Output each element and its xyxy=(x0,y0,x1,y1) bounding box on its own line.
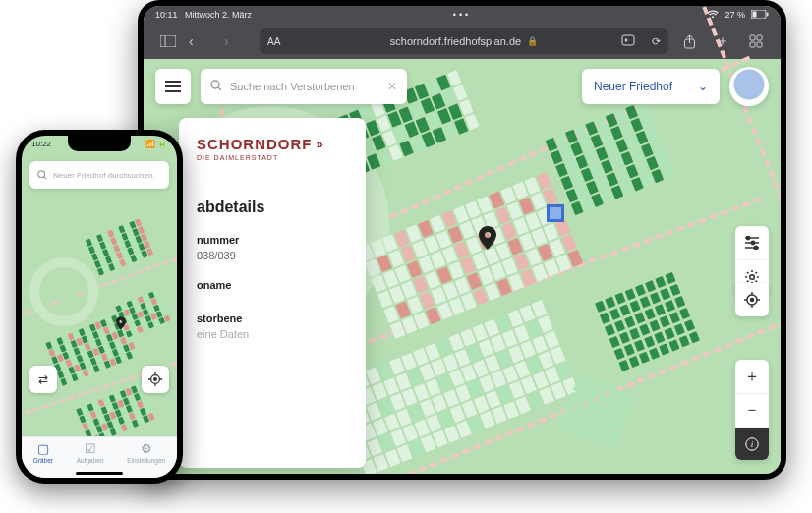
search-box[interactable]: ✕ xyxy=(201,69,407,104)
locate-button[interactable] xyxy=(735,283,769,316)
tab-label: Gräber xyxy=(33,457,53,464)
brand-logo: SCHORNDORF » xyxy=(197,136,366,152)
battery-text: 27 % xyxy=(725,10,745,20)
selected-grave-marker[interactable] xyxy=(547,204,564,222)
search-input[interactable] xyxy=(230,81,379,92)
phone-status-time: 10:22 xyxy=(31,140,51,155)
svg-point-18 xyxy=(751,299,754,302)
status-handle-icon: ••• xyxy=(453,10,471,20)
phone-cemetery-map[interactable]: ⇄ xyxy=(22,189,177,436)
settings-icon: ⚙ xyxy=(141,441,152,456)
info-button[interactable]: i xyxy=(735,427,769,460)
svg-rect-1 xyxy=(753,11,757,17)
grave-cluster[interactable] xyxy=(330,300,579,474)
svg-point-14 xyxy=(751,241,754,244)
panel-title: abdetails xyxy=(197,199,366,216)
map-zoom-rail: ＋ － i xyxy=(735,360,769,460)
tab-graves[interactable]: ▢ Gräber xyxy=(33,441,53,478)
map-pin-icon[interactable] xyxy=(116,316,126,333)
back-button[interactable]: ‹ xyxy=(189,33,216,49)
svg-rect-3 xyxy=(160,35,176,47)
grave-cluster[interactable] xyxy=(546,101,674,215)
grave-detail-panel: SCHORNDORF » DIE DAIMLERSTADT abdetails … xyxy=(179,118,366,468)
svg-line-12 xyxy=(218,87,221,90)
sidebar-toggle-icon[interactable] xyxy=(155,28,181,54)
layers-button[interactable] xyxy=(735,226,769,259)
search-icon xyxy=(210,78,222,95)
brand-chevron-icon: » xyxy=(317,137,321,151)
zoom-out-button[interactable]: － xyxy=(735,393,769,427)
tab-settings[interactable]: ⚙ Einstellungen xyxy=(127,441,165,478)
text-size-icon[interactable]: AA xyxy=(267,36,280,47)
menu-button[interactable] xyxy=(155,69,191,104)
deceased-value: eine Daten xyxy=(197,328,366,340)
tab-label: Einstellungen xyxy=(127,457,165,464)
cemetery-select-label: Neuer Friedhof xyxy=(594,80,672,93)
home-indicator[interactable] xyxy=(76,472,123,475)
cemetery-map[interactable]: ✕ Neuer Friedhof ⌄ xyxy=(144,59,781,474)
tab-label: Aufgaben xyxy=(77,457,104,464)
tabs-overview-icon[interactable] xyxy=(743,28,769,54)
tablet-screen: 10:11 Mittwoch 2. März ••• 27 % ‹ › xyxy=(144,6,781,474)
svg-rect-8 xyxy=(757,35,762,40)
search-icon xyxy=(37,166,47,184)
svg-point-13 xyxy=(746,236,749,239)
map-pin-icon[interactable] xyxy=(479,226,496,256)
svg-point-21 xyxy=(38,171,45,178)
phone-locate-button[interactable] xyxy=(142,366,169,393)
brand-subtitle: DIE DAIMLERSTADT xyxy=(197,154,366,161)
svg-point-16 xyxy=(750,274,755,279)
svg-point-15 xyxy=(754,246,757,249)
svg-rect-7 xyxy=(750,35,755,40)
svg-point-11 xyxy=(211,81,219,88)
status-date: Mittwoch 2. März xyxy=(185,10,252,20)
svg-rect-2 xyxy=(767,12,769,16)
phone-swap-button[interactable]: ⇄ xyxy=(29,366,57,393)
cemetery-select[interactable]: Neuer Friedhof ⌄ xyxy=(582,69,720,104)
url-text: schorndorf.friedhofsplan.de xyxy=(390,35,521,47)
svg-point-24 xyxy=(154,378,157,381)
zoom-in-button[interactable]: ＋ xyxy=(735,360,769,393)
grave-cluster[interactable] xyxy=(359,172,583,339)
grave-number-value: 038/039 xyxy=(197,250,366,261)
reload-icon[interactable]: ⟳ xyxy=(652,35,661,48)
svg-rect-9 xyxy=(750,42,755,47)
phone-notch xyxy=(68,136,131,151)
tasks-icon: ☑ xyxy=(85,441,96,456)
grave-cluster[interactable] xyxy=(86,218,153,275)
chevron-down-icon: ⌄ xyxy=(698,80,708,93)
forward-button[interactable]: › xyxy=(224,33,252,49)
map-top-controls: ✕ Neuer Friedhof ⌄ xyxy=(155,69,769,104)
grave-cluster[interactable] xyxy=(595,272,700,371)
status-time: 10:11 xyxy=(155,10,178,20)
url-bar[interactable]: AA schorndorf.friedhofsplan.de 🔒 ⟳ xyxy=(260,28,668,54)
grave-number-label: nummer xyxy=(197,234,366,246)
user-avatar[interactable] xyxy=(729,67,769,106)
share-icon[interactable] xyxy=(676,28,702,54)
grave-name-label: oname xyxy=(197,279,366,291)
reader-icon[interactable] xyxy=(621,34,635,48)
clear-search-icon[interactable]: ✕ xyxy=(387,80,397,93)
battery-icon xyxy=(751,10,769,21)
phone-device: 10:22 📶 🔋 ⇄ xyxy=(16,130,183,484)
svg-rect-10 xyxy=(757,42,762,47)
tablet-device: 10:11 Mittwoch 2. März ••• 27 % ‹ › xyxy=(138,0,786,480)
svg-line-22 xyxy=(44,177,47,180)
phone-screen: 10:22 📶 🔋 ⇄ xyxy=(22,136,177,478)
phone-status-icons: 📶 🔋 xyxy=(145,140,167,155)
phone-search-input[interactable] xyxy=(53,171,156,180)
grave-icon: ▢ xyxy=(37,441,49,456)
lock-icon: 🔒 xyxy=(527,36,538,46)
deceased-label: storbene xyxy=(197,313,366,324)
phone-search-box[interactable] xyxy=(29,161,169,189)
safari-toolbar: ‹ › AA schorndorf.friedhofsplan.de 🔒 ⟳ ＋ xyxy=(144,24,781,59)
ipad-status-bar: 10:11 Mittwoch 2. März ••• 27 % xyxy=(144,6,781,24)
